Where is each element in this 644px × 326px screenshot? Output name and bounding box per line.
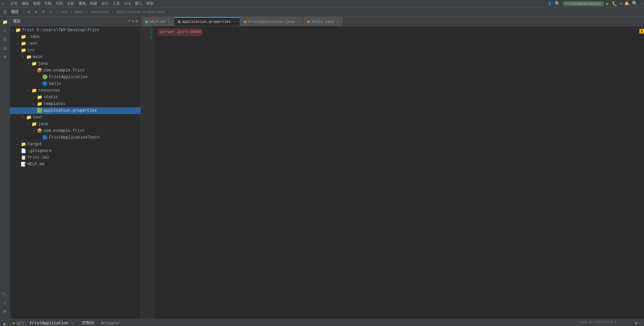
bottom-panel-header: ▶ 运行: FristApplication ✕ 控制台Actuator ⚙ — — [10, 319, 644, 326]
tree-icon-src: 📁 — [21, 48, 26, 53]
tree-item-frist[interactable]: 📁frist D:\Users\TWY\Desktop\frist — [10, 27, 141, 34]
editor-tab-hello[interactable]: hello.java✕ — [304, 17, 342, 26]
main-layout: 📁 ✓ ☷ 🗂 ⚙ >_ ⚠ ⚙ 项目 ⌖ ⇅ ⚙ 📁frist D:\User… — [0, 17, 644, 319]
tree-icon-idea: 📁 — [21, 34, 26, 40]
run-config-dropdown[interactable]: FristApplication — [563, 1, 604, 6]
tree-label-HELP.md: HELP.md — [28, 162, 44, 167]
bottom-collapse-icon[interactable]: — — [639, 321, 641, 326]
menu-item-视图[interactable]: 视图 — [31, 2, 42, 6]
terminal-icon[interactable]: >_ — [1, 290, 9, 298]
tree-item-java[interactable]: 📁java — [10, 60, 141, 67]
tree-label-hello: hello — [49, 82, 61, 86]
menu-item-窗口[interactable]: 窗口 — [133, 2, 144, 6]
menu-item-文件[interactable]: 文件 — [8, 2, 19, 6]
tree-item-mvn[interactable]: 📁.mvn — [10, 40, 141, 47]
tree-label-java: java — [38, 61, 48, 66]
tab-close-help[interactable]: ✕ — [168, 20, 170, 24]
editor-tab-help[interactable]: HELP.md✕ — [142, 17, 174, 26]
bottom-settings-icon[interactable]: ⚙ — [635, 321, 638, 326]
bottom-tab-actuator[interactable]: Actuator — [98, 319, 124, 326]
tab-label-help: HELP.md — [150, 20, 165, 24]
tree-collapse-icon[interactable]: ⇅ — [132, 19, 134, 24]
menu-item-编辑[interactable]: 编辑 — [19, 2, 31, 6]
tree-label-FristApplication: FristApplication — [49, 75, 88, 79]
code-content-2 — [158, 36, 161, 42]
tree-item-application.properties[interactable]: 🟩application.properties — [10, 107, 141, 114]
tree-label-templates: templates — [44, 102, 65, 106]
tree-icon-.gitignore: 📄 — [21, 148, 26, 154]
settings-icon[interactable]: ⚙ — [620, 1, 622, 6]
vcs-icon[interactable]: 👤 — [547, 1, 552, 6]
tree-label-main: main — [33, 55, 43, 59]
debug-button[interactable]: 🐛 — [612, 1, 617, 6]
menu-item-构建[interactable]: 构建 — [88, 2, 99, 6]
tree-item-frist.iml[interactable]: 📋frist.iml — [10, 154, 141, 161]
menu-item-帮助[interactable]: 帮助 — [144, 2, 156, 6]
tab-close-FristApp[interactable]: ✕ — [298, 20, 300, 24]
tree-item-HELP.md[interactable]: 📝HELP.md — [10, 161, 141, 168]
project-view-icon[interactable]: 📁 — [1, 18, 9, 26]
menu-item-重构[interactable]: 重构 — [76, 2, 88, 6]
editor-tab-appprops[interactable]: application.properties✕ — [174, 17, 239, 26]
tree-item-static[interactable]: 📁static — [10, 94, 141, 101]
tree-item-test[interactable]: 📁test — [10, 114, 141, 121]
editor-area: HELP.md✕application.properties✕FristAppl… — [141, 17, 644, 319]
tree-icon-FristApplication: 🟢 — [42, 74, 48, 80]
tree-item-resources[interactable]: 📁resources — [10, 87, 141, 94]
tree-icon-test: 📁 — [26, 115, 32, 120]
database-icon[interactable]: 🗂 — [1, 44, 9, 52]
project-toggle[interactable]: ☰ — [2, 9, 8, 15]
expand-icon[interactable]: ☐ — [640, 1, 643, 6]
reformat-icon[interactable]: ≡ — [41, 9, 47, 15]
commit-icon[interactable]: ✓ — [1, 27, 9, 35]
tree-label-frist: frist D:\Users\TWY\Desktop\frist — [22, 28, 99, 33]
tree-item-com.example[interactable]: 📦com.example.frist — [10, 67, 141, 74]
tree-item-FristApplicationTests[interactable]: 🔵FristApplicationTests — [10, 134, 141, 141]
structure-icon[interactable]: ☷ — [1, 36, 9, 44]
menu-item-代码[interactable]: 代码 — [54, 2, 65, 6]
tree-item-hello[interactable]: 🔵hello — [10, 80, 141, 87]
search-everywhere-btn[interactable]: 🔍 — [555, 1, 560, 6]
gradle-icon[interactable]: ⚙ — [1, 53, 9, 61]
tree-item-src[interactable]: 📁src — [10, 47, 141, 54]
bottom-tab-console[interactable]: 控制台 — [79, 319, 98, 326]
menu-item-导航[interactable]: 导航 — [42, 2, 54, 6]
tree-label-resources: resources — [38, 88, 60, 93]
tab-icon-FristApp — [244, 20, 247, 23]
tree-item-.gitignore[interactable]: 📄.gitignore — [10, 148, 141, 154]
tab-icon-appprops — [178, 20, 180, 23]
tree-item-FristApplication[interactable]: 🟢FristApplication — [10, 74, 141, 80]
tree-item-idea[interactable]: 📁.idea — [10, 34, 141, 40]
build-icon[interactable]: ⚙ — [26, 9, 32, 15]
tree-icon-java-test: 📁 — [32, 121, 37, 127]
menu-item-分析[interactable]: 分析 — [65, 2, 76, 6]
run-button[interactable]: ▶ — [606, 1, 609, 6]
more-actions-icon[interactable]: ⋯ — [48, 9, 54, 15]
line-num-1: 1 — [141, 29, 152, 35]
search-icon[interactable]: 🔍 — [632, 1, 638, 6]
tree-icon-application.properties: 🟩 — [37, 108, 42, 113]
tree-item-target[interactable]: 📁target — [10, 141, 141, 148]
close-run-tab[interactable]: ✕ — [71, 321, 73, 326]
tree-icon-com.example: 📦 — [37, 68, 42, 73]
menu-item-运行[interactable]: 运行 — [99, 2, 111, 6]
project-label: 项目 — [9, 9, 20, 15]
tab-close-hello[interactable]: ✕ — [337, 20, 339, 24]
menu-item-工具[interactable]: 工具 — [111, 2, 122, 6]
tree-item-java-test[interactable]: 📁java — [10, 121, 141, 127]
tree-item-main[interactable]: 📁main — [10, 54, 141, 60]
settings-left-icon[interactable]: ⚙ — [1, 307, 9, 315]
editor-tab-FristApp[interactable]: FristApplication.java✕ — [240, 17, 304, 26]
code-editor[interactable]: server.port=9090 — [154, 26, 639, 319]
tab-close-appprops[interactable]: ✕ — [234, 20, 236, 24]
sync-icon[interactable]: ⇅ — [33, 9, 39, 15]
tree-locate-icon[interactable]: ⌖ — [128, 19, 130, 24]
tree-settings-icon[interactable]: ⚙ — [136, 19, 138, 24]
tree-item-templates[interactable]: 📁templates — [10, 101, 141, 107]
notifications-icon[interactable]: 🔔 — [625, 1, 629, 6]
run-icon-left[interactable]: ▶ — [1, 320, 9, 326]
toolbar-sep2 — [57, 9, 57, 15]
tree-item-com.example.test[interactable]: 📦com.example.frist — [10, 127, 141, 134]
menu-item-VCS[interactable]: VCS — [122, 2, 133, 6]
problems-icon[interactable]: ⚠ — [1, 298, 9, 307]
